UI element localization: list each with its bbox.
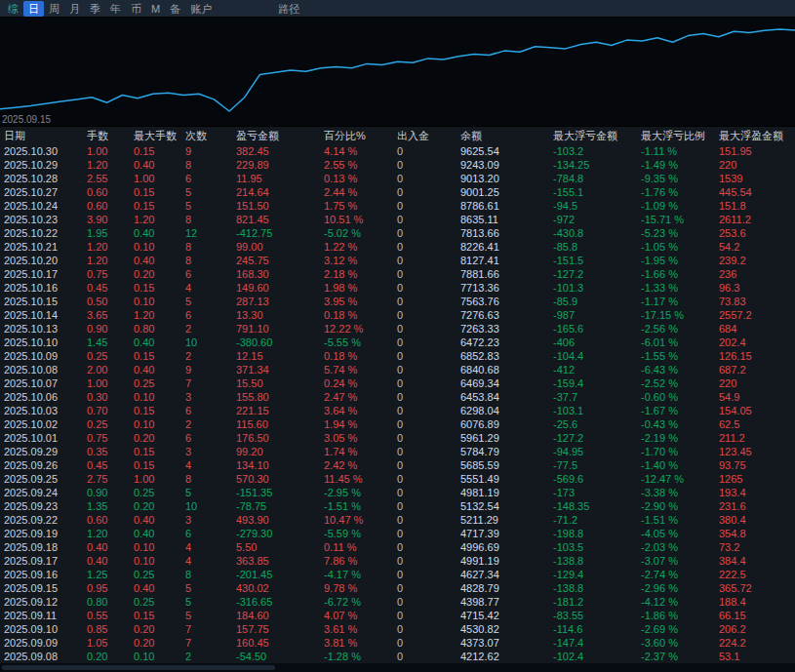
column-header-pnl_pct[interactable]: 百分比% — [320, 129, 393, 143]
cell-lots: 0.40 — [83, 555, 130, 567]
menu-item-yearly[interactable]: 年 — [105, 1, 126, 17]
cell-max_float_profit: 123.45 — [715, 446, 795, 457]
table-row[interactable]: 2025.10.270.600.155214.642.44 %09001.25-… — [0, 185, 795, 199]
table-row[interactable]: 2025.09.150.950.405430.029.78 %04828.79-… — [0, 581, 795, 595]
table-row[interactable]: 2025.09.170.400.104363.857.86 %04991.19-… — [0, 554, 795, 568]
table-row[interactable]: 2025.10.101.450.4010-380.60-5.55 %06472.… — [0, 336, 795, 349]
cell-trades: 8 — [181, 214, 232, 225]
cell-max_float_profit: 66.15 — [715, 610, 795, 621]
cell-cash_flow: 0 — [393, 651, 457, 662]
cell-max_lots: 0.15 — [130, 446, 181, 457]
cell-pnl: -151.35 — [232, 487, 320, 498]
table-row[interactable]: 2025.10.010.750.206176.503.05 %05961.29-… — [0, 431, 795, 445]
cell-max_float_loss: -37.7 — [549, 391, 637, 403]
table-row[interactable]: 2025.09.180.400.1045.500.11 %04996.69-10… — [0, 540, 795, 554]
cell-pnl_pct: -4.17 % — [320, 569, 393, 580]
menu-item-daily[interactable]: 日 — [23, 1, 44, 17]
menu-item-note[interactable]: 备 — [165, 1, 185, 17]
column-header-cash_flow[interactable]: 出入金 — [393, 129, 457, 143]
table-row[interactable]: 2025.10.211.200.10899.001.22 %08226.41-8… — [0, 240, 795, 254]
table-row[interactable]: 2025.09.100.850.207157.753.61 %04530.82-… — [0, 622, 795, 636]
menu-item-weekly[interactable]: 周 — [44, 1, 64, 17]
table-row[interactable]: 2025.10.090.250.15212.150.18 %06852.83-1… — [0, 349, 795, 363]
table-row[interactable]: 2025.10.201.200.408245.753.12 %08127.41-… — [0, 254, 795, 267]
menu-item-path[interactable]: 路径 — [273, 1, 304, 17]
cell-trades: 6 — [181, 173, 232, 184]
table-row[interactable]: 2025.10.150.500.105287.133.95 %07563.76-… — [0, 295, 795, 308]
menu-item-monthly[interactable]: 月 — [64, 1, 85, 17]
cell-cash_flow: 0 — [393, 186, 457, 198]
horizontal-scrollbar[interactable] — [0, 663, 795, 672]
menu-item-currency[interactable]: 币 — [126, 1, 146, 17]
table-row[interactable]: 2025.10.143.651.20613.300.18 %07276.63-9… — [0, 308, 795, 322]
table-row[interactable]: 2025.09.252.751.008570.3011.45 %05551.49… — [0, 472, 795, 486]
column-header-trades[interactable]: 次数 — [181, 129, 232, 143]
cell-max_float_profit: 239.2 — [715, 255, 795, 266]
equity-chart[interactable]: 2025.09.15 — [0, 18, 795, 127]
cell-max_float_loss_pct: -1.66 % — [637, 268, 715, 280]
table-row[interactable]: 2025.09.240.900.255-151.35-2.95 %04981.1… — [0, 486, 795, 499]
table-row[interactable]: 2025.10.221.950.4012-412.75-5.02 %07813.… — [0, 226, 795, 240]
cell-cash_flow: 0 — [393, 309, 457, 321]
cell-max_lots: 0.10 — [130, 651, 181, 662]
table-row[interactable]: 2025.09.110.550.155184.604.07 %04715.42-… — [0, 609, 795, 622]
column-header-pnl[interactable]: 盈亏金额 — [232, 129, 320, 143]
table-row[interactable]: 2025.10.082.000.409371.345.74 %06840.68-… — [0, 363, 795, 376]
column-header-max_float_loss_pct[interactable]: 最大浮亏比例 — [637, 129, 715, 143]
cell-lots: 0.25 — [83, 350, 130, 362]
column-header-date[interactable]: 日期 — [0, 129, 83, 143]
cell-trades: 2 — [181, 350, 232, 362]
cell-max_float_profit: 154.05 — [715, 405, 795, 416]
table-row[interactable]: 2025.10.030.700.156221.153.64 %06298.04-… — [0, 404, 795, 417]
menu-item-account[interactable]: 账户 — [185, 1, 217, 17]
table-row[interactable]: 2025.10.020.250.102115.601.94 %06076.89-… — [0, 417, 795, 431]
table-row[interactable]: 2025.10.282.551.00611.950.13 %09013.20-7… — [0, 172, 795, 185]
cell-pnl: 287.13 — [232, 296, 320, 307]
menu-item-composite[interactable]: 综 — [3, 1, 23, 17]
table-row[interactable]: 2025.09.231.350.2010-78.75-1.51 %05132.5… — [0, 499, 795, 513]
cell-trades: 2 — [181, 651, 232, 662]
cell-max_lots: 0.40 — [130, 336, 181, 348]
cell-balance: 4996.69 — [457, 541, 549, 553]
cell-max_float_profit: 151.95 — [715, 145, 795, 157]
table-row[interactable]: 2025.10.240.600.155151.501.75 %08786.61-… — [0, 199, 795, 213]
cell-max_float_loss_pct: -4.05 % — [637, 528, 715, 539]
cell-pnl_pct: 0.24 % — [320, 377, 393, 389]
column-header-max_lots[interactable]: 最大手数 — [130, 129, 181, 143]
cell-max_lots: 0.40 — [130, 364, 181, 376]
cell-max_float_loss: -406 — [549, 336, 637, 348]
table-row[interactable]: 2025.10.301.000.159382.454.14 %09625.54-… — [0, 144, 795, 158]
column-header-lots[interactable]: 手数 — [83, 129, 130, 143]
cell-trades: 7 — [181, 637, 232, 649]
table-row[interactable]: 2025.10.071.000.25715.500.24 %06469.34-1… — [0, 376, 795, 390]
cell-max_float_profit: 202.4 — [715, 336, 795, 348]
menu-item-quarterly[interactable]: 季 — [85, 1, 105, 17]
cell-pnl: 184.60 — [232, 610, 320, 621]
table-row[interactable]: 2025.10.170.750.206168.302.18 %07881.66-… — [0, 267, 795, 281]
column-header-balance[interactable]: 余额 — [457, 129, 549, 143]
cell-max_lots: 0.10 — [130, 391, 181, 403]
table-row[interactable]: 2025.10.130.900.802791.1012.22 %07263.33… — [0, 322, 795, 336]
table-row[interactable]: 2025.09.091.050.207160.453.81 %04373.07-… — [0, 636, 795, 650]
cell-pnl: -380.60 — [232, 336, 320, 348]
cell-max_float_profit: 220 — [715, 159, 795, 171]
table-row[interactable]: 2025.09.161.250.258-201.45-4.17 %04627.3… — [0, 568, 795, 581]
cell-date: 2025.10.13 — [0, 323, 83, 335]
table-row[interactable]: 2025.10.060.300.103155.802.47 %06453.84-… — [0, 390, 795, 404]
table-row[interactable]: 2025.10.291.200.408229.892.55 %09243.09-… — [0, 158, 795, 172]
scrollbar-thumb[interactable] — [2, 665, 275, 670]
table-row[interactable]: 2025.10.233.901.208821.4510.51 %08635.11… — [0, 213, 795, 226]
cell-lots: 1.35 — [83, 500, 130, 512]
table-row[interactable]: 2025.09.290.350.15399.201.74 %05784.79-9… — [0, 445, 795, 458]
column-header-max_float_loss[interactable]: 最大浮亏金额 — [549, 129, 637, 143]
table-row[interactable]: 2025.09.220.600.403493.9010.47 %05211.29… — [0, 513, 795, 527]
cell-pnl_pct: 0.18 % — [320, 350, 393, 362]
table-row[interactable]: 2025.10.160.450.154149.601.98 %07713.36-… — [0, 281, 795, 295]
table-row[interactable]: 2025.09.120.800.255-316.65-6.72 %04398.7… — [0, 595, 795, 609]
table-row[interactable]: 2025.09.260.450.154134.102.42 %05685.59-… — [0, 458, 795, 472]
column-header-max_float_profit[interactable]: 最大浮盈金额 — [715, 129, 795, 143]
menu-item-m[interactable]: M — [146, 1, 165, 17]
table-row[interactable]: 2025.09.080.200.102-54.50-1.28 %04212.62… — [0, 650, 795, 663]
table-row[interactable]: 2025.09.191.200.406-279.30-5.59 %04717.3… — [0, 527, 795, 540]
cell-cash_flow: 0 — [393, 514, 457, 526]
